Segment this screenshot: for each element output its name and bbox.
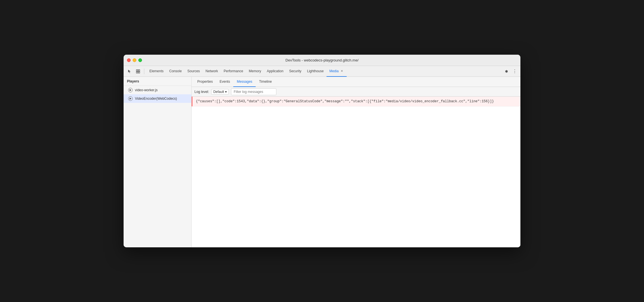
right-panel: Properties Events Messages Timeline Log … xyxy=(192,77,520,247)
more-button[interactable]: ⋮ xyxy=(511,68,518,75)
tab-media[interactable]: Media ✕ xyxy=(327,66,347,77)
title-bar: DevTools - webcodecs-playground.glitch.m… xyxy=(124,55,520,66)
tab-console[interactable]: Console xyxy=(166,66,185,77)
tab-memory[interactable]: Memory xyxy=(246,66,264,77)
inspect-icon xyxy=(136,69,140,74)
sidebar-item-label: VideoEncoder(WebCodecs) xyxy=(135,97,177,101)
main-content: Players video-worker.js VideoEncoder(Web… xyxy=(124,77,520,247)
more-icon: ⋮ xyxy=(512,69,517,74)
sidebar-item-video-encoder[interactable]: VideoEncoder(WebCodecs) xyxy=(124,94,191,103)
log-level-value: Default xyxy=(213,90,224,94)
cursor-icon xyxy=(127,69,132,74)
sub-tabs: Properties Events Messages Timeline xyxy=(192,77,520,87)
close-button[interactable] xyxy=(127,58,131,62)
devtools-window: DevTools - webcodecs-playground.glitch.m… xyxy=(124,55,520,247)
sub-tab-timeline[interactable]: Timeline xyxy=(256,77,275,87)
play-icon xyxy=(128,96,133,101)
filter-input[interactable] xyxy=(231,88,276,95)
tab-elements[interactable]: Elements xyxy=(147,66,166,77)
log-controls: Log level: Default ▾ xyxy=(192,87,520,97)
tab-lighthouse[interactable]: Lighthouse xyxy=(304,66,327,77)
toolbar-right: ⋮ xyxy=(502,68,518,75)
cursor-tool-button[interactable] xyxy=(126,68,133,75)
maximize-button[interactable] xyxy=(138,58,142,62)
toolbar-tabs: Elements Console Sources Network Perform… xyxy=(147,66,501,76)
svg-rect-0 xyxy=(136,70,138,71)
tab-performance[interactable]: Performance xyxy=(221,66,246,77)
tab-network[interactable]: Network xyxy=(203,66,221,77)
tab-media-close[interactable]: ✕ xyxy=(340,69,344,73)
sidebar: Players video-worker.js VideoEncoder(Web… xyxy=(124,77,192,247)
svg-rect-3 xyxy=(138,72,140,73)
sub-tab-events[interactable]: Events xyxy=(216,77,234,87)
traffic-lights xyxy=(127,58,142,62)
tab-application[interactable]: Application xyxy=(264,66,286,77)
window-title: DevTools - webcodecs-playground.glitch.m… xyxy=(285,58,359,62)
tab-sources[interactable]: Sources xyxy=(185,66,203,77)
svg-rect-1 xyxy=(138,70,140,71)
minimize-button[interactable] xyxy=(133,58,136,62)
log-level-select[interactable]: Default ▾ xyxy=(211,89,229,95)
tab-security[interactable]: Security xyxy=(286,66,304,77)
log-entry-text: {"causes":[],"code":1543,"data":{},"grou… xyxy=(196,99,494,103)
sidebar-item-label: video-worker.js xyxy=(135,88,158,92)
settings-button[interactable] xyxy=(502,68,510,75)
log-entry: {"causes":[],"code":1543,"data":{},"grou… xyxy=(192,97,520,107)
dropdown-icon: ▾ xyxy=(225,90,227,94)
gear-icon xyxy=(504,69,508,74)
log-level-label: Log level: xyxy=(194,90,209,94)
play-icon xyxy=(128,88,133,92)
svg-rect-2 xyxy=(136,72,138,73)
log-messages: {"causes":[],"code":1543,"data":{},"grou… xyxy=(192,97,520,247)
sub-tab-messages[interactable]: Messages xyxy=(233,77,256,87)
toolbar: Elements Console Sources Network Perform… xyxy=(124,66,520,77)
sidebar-item-video-worker[interactable]: video-worker.js xyxy=(124,86,191,94)
sub-tab-properties[interactable]: Properties xyxy=(194,77,216,87)
sidebar-header: Players xyxy=(124,77,191,86)
toolbar-divider xyxy=(144,69,144,74)
inspect-tool-button[interactable] xyxy=(134,68,142,75)
